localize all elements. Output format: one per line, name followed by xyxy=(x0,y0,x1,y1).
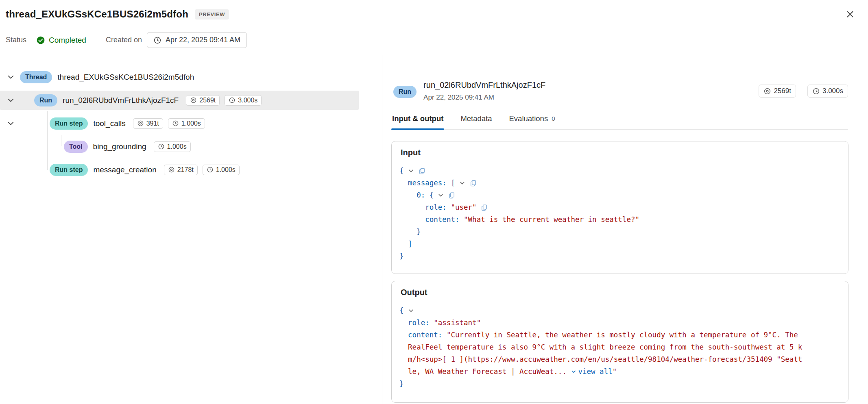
token-icon xyxy=(168,166,175,173)
collapse-chevron-icon[interactable] xyxy=(459,180,466,187)
duration-chip: 3.000s xyxy=(807,85,848,98)
duration-value: 1.000s xyxy=(216,166,236,174)
run-badge: Run xyxy=(393,86,417,98)
copy-icon[interactable] xyxy=(480,204,488,211)
clock-icon xyxy=(172,120,179,127)
view-all-link[interactable]: view all xyxy=(571,367,612,376)
tab-metadata[interactable]: Metadata xyxy=(460,112,493,129)
chevron-down-icon[interactable] xyxy=(7,73,15,81)
preview-badge: PREVIEW xyxy=(195,9,229,20)
status-bar: Status Completed Created on Apr 22, 2025… xyxy=(0,25,868,55)
output-json-viewer: { role: "assistant" content: "Currently … xyxy=(392,297,848,390)
json-line: m/h<sup>[ 1 ](https://www.accuweather.co… xyxy=(399,353,840,365)
json-brace: } xyxy=(417,228,421,236)
token-count-chip: 391t xyxy=(133,118,163,129)
created-date-pill: Apr 22, 2025 09:41 AM xyxy=(147,32,247,48)
trace-tree: Thread thread_EXUkGSsKCe1BUS26i2m5dfoh R… xyxy=(0,65,382,183)
json-line: } xyxy=(399,378,840,390)
json-string-value: le, WA Weather Forecast | AccuWeat... xyxy=(408,367,571,376)
tool-badge: Tool xyxy=(64,141,88,153)
token-count-chip: 2569t xyxy=(186,95,220,106)
clock-icon xyxy=(229,97,236,104)
thread-badge: Thread xyxy=(20,71,52,83)
created-on-label: Created on xyxy=(106,36,142,44)
token-count-chip: 2178t xyxy=(164,165,198,175)
tab-input-output[interactable]: Input & output xyxy=(391,112,444,129)
view-all-label: view all xyxy=(578,367,612,376)
token-icon xyxy=(763,87,771,95)
clock-icon xyxy=(812,87,820,95)
collapse-chevron-icon[interactable] xyxy=(408,167,414,174)
tree-item-tool[interactable]: Tool bing_grounding 1.000s xyxy=(0,135,382,158)
chevron-down-icon xyxy=(571,369,577,375)
clock-icon xyxy=(158,143,165,150)
json-line: role: "user" xyxy=(399,201,840,213)
json-brace: } xyxy=(399,380,404,388)
json-string-value: RealFeel temperature is also 9°C with a … xyxy=(408,343,802,351)
run-title-block: run_02l6RUbdVmFrLthkAjozF1cF Apr 22, 202… xyxy=(423,80,545,102)
copy-icon[interactable] xyxy=(418,167,426,175)
tree-item-tool-calls[interactable]: Run step tool_calls 391t 1.000s xyxy=(0,112,382,135)
close-button[interactable] xyxy=(843,7,857,22)
evaluations-count-badge: 0 xyxy=(552,115,555,122)
collapse-chevron-icon[interactable] xyxy=(408,307,414,314)
json-key: role: xyxy=(425,203,451,211)
json-string-value: m/h<sup>[ 1 ](https://www.accuweather.co… xyxy=(408,355,802,363)
run-detail-panel: Run run_02l6RUbdVmFrLthkAjozF1cF Apr 22,… xyxy=(382,55,868,404)
chevron-down-icon[interactable] xyxy=(7,119,15,128)
page-title: thread_EXUkGSsKCe1BUS26i2m5dfoh xyxy=(6,9,188,20)
tree-item-label: tool_calls xyxy=(93,119,125,128)
json-line: messages: [ xyxy=(399,177,840,189)
tree-item-run[interactable]: Run run_02l6RUbdVmFrLthkAjozF1cF 2569t 3… xyxy=(0,89,382,112)
run-date: Apr 22, 2025 09:41 AM xyxy=(423,93,545,102)
clock-icon xyxy=(207,166,214,173)
status-value: Completed xyxy=(49,36,86,45)
tree-item-thread[interactable]: Thread thread_EXUkGSsKCe1BUS26i2m5dfoh xyxy=(0,65,382,89)
collapse-chevron-icon[interactable] xyxy=(437,192,444,199)
input-card: Input { messages: [ 0: { xyxy=(391,141,848,274)
json-key: content: xyxy=(425,215,464,224)
token-count-value: 2569t xyxy=(774,87,791,95)
json-line: } xyxy=(399,226,840,238)
token-icon xyxy=(190,97,197,104)
token-count-chip: 2569t xyxy=(759,85,796,98)
chevron-down-icon[interactable] xyxy=(7,96,15,104)
tab-label: Metadata xyxy=(460,114,492,123)
titlebar: thread_EXUkGSsKCe1BUS26i2m5dfoh PREVIEW xyxy=(0,0,868,25)
copy-icon[interactable] xyxy=(448,191,456,199)
json-line: content: "Currently in Seattle, the weat… xyxy=(399,329,840,341)
run-title: run_02l6RUbdVmFrLthkAjozF1cF xyxy=(423,80,545,90)
json-brace: { xyxy=(399,306,404,315)
json-string-value: "assistant" xyxy=(434,319,481,327)
clock-icon xyxy=(153,36,161,44)
tree-item-label: bing_grounding xyxy=(93,142,146,151)
json-key: messages: [ xyxy=(408,179,455,187)
json-line: { xyxy=(399,304,840,317)
run-stats: 2569t 3.000s xyxy=(759,85,848,98)
token-count-value: 2569t xyxy=(199,97,216,104)
json-line: role: "assistant" xyxy=(399,317,840,329)
duration-value: 1.000s xyxy=(167,143,187,150)
copy-icon[interactable] xyxy=(469,179,477,187)
token-icon xyxy=(137,120,144,127)
tree-item-label: thread_EXUkGSsKCe1BUS26i2m5dfoh xyxy=(57,73,194,82)
token-count-value: 2178t xyxy=(177,166,194,174)
json-string-value: "Currently in Seattle, the weather is mo… xyxy=(447,331,798,339)
run-step-badge: Run step xyxy=(50,164,88,176)
run-detail-header: Run run_02l6RUbdVmFrLthkAjozF1cF Apr 22,… xyxy=(393,80,848,102)
json-line: } xyxy=(399,250,840,262)
json-string-value: " xyxy=(613,367,617,376)
token-count-value: 391t xyxy=(146,120,159,127)
json-key: 0: { xyxy=(417,191,434,199)
tab-evaluations[interactable]: Evaluations 0 xyxy=(508,112,556,129)
input-heading: Input xyxy=(392,141,848,157)
json-brace: } xyxy=(399,252,404,260)
json-bracket: ] xyxy=(408,240,412,248)
json-brace: { xyxy=(399,167,404,175)
json-line: { xyxy=(399,165,840,177)
json-line: RealFeel temperature is also 9°C with a … xyxy=(399,341,840,353)
tree-item-label: run_02l6RUbdVmFrLthkAjozF1cF xyxy=(63,96,179,105)
json-key: role: xyxy=(408,319,434,327)
json-line: le, WA Weather Forecast | AccuWeat... vi… xyxy=(399,365,840,378)
tree-item-message-creation[interactable]: Run step message_creation 2178t 1.000s xyxy=(0,158,382,181)
